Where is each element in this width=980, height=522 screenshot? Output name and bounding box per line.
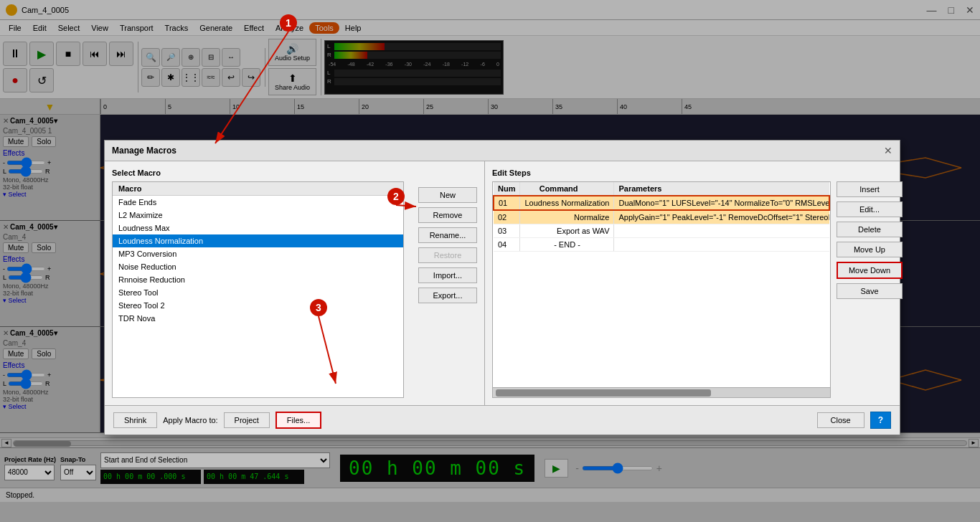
- dialog-overlay: Manage Macros ✕ Select Macro Macro Fade …: [0, 0, 980, 522]
- step-row-1[interactable]: 01 Loudness Normalization DualMono="1" L…: [494, 196, 829, 210]
- manage-macros-dialog: Manage Macros ✕ Select Macro Macro Fade …: [104, 140, 900, 435]
- col-params: Parameters: [614, 182, 829, 196]
- step-row-2[interactable]: 02 Normalize ApplyGain="1" PeakLevel="-1…: [494, 210, 829, 224]
- col-command: Command: [520, 182, 614, 196]
- steps-table: Num Command Parameters 01 Loudness Norma…: [493, 182, 830, 252]
- rename-macro-button[interactable]: Rename...: [418, 227, 477, 243]
- shrink-button[interactable]: Shrink: [113, 412, 157, 428]
- macro-col-header: Macro: [113, 182, 403, 196]
- macro-item-mp3[interactable]: MP3 Conversion: [113, 247, 403, 260]
- restore-macro-button[interactable]: Restore: [418, 247, 477, 263]
- edit-steps-panel: Edit Steps Num Command Parameters: [485, 161, 910, 405]
- macro-item-rnnoise[interactable]: Rnnoise Reduction: [113, 273, 403, 286]
- select-macro-label: Select Macro: [112, 169, 404, 177]
- help-dialog-button[interactable]: ?: [870, 412, 891, 429]
- edit-step-button[interactable]: Edit...: [837, 201, 903, 217]
- table-hscroll[interactable]: [493, 387, 830, 397]
- dialog-titlebar: Manage Macros ✕: [105, 141, 900, 161]
- macro-item-loudness-max[interactable]: Loudness Max: [113, 222, 403, 234]
- delete-step-button[interactable]: Delete: [837, 222, 903, 237]
- move-up-button[interactable]: Move Up: [837, 242, 903, 257]
- annotation-circle-1: 1: [280, 14, 297, 32]
- macro-list-container: Macro Fade Ends L2 Maximize Loudness Max…: [112, 181, 404, 398]
- dialog-title: Manage Macros: [112, 146, 176, 156]
- export-macro-button[interactable]: Export...: [418, 288, 477, 303]
- macro-item-noise[interactable]: Noise Reduction: [113, 260, 403, 273]
- annotation-circle-2: 2: [387, 188, 405, 205]
- close-dialog-button[interactable]: Close: [817, 412, 864, 428]
- annotation-circle-3: 3: [310, 299, 327, 316]
- select-macro-panel: Select Macro Macro Fade Ends L2 Maximize…: [105, 161, 485, 405]
- step-row-4[interactable]: 04 - END -: [494, 238, 829, 252]
- apply-macro-label: Apply Macro to:: [163, 416, 217, 424]
- dialog-body: Select Macro Macro Fade Ends L2 Maximize…: [105, 161, 900, 405]
- remove-macro-button[interactable]: Remove: [418, 207, 477, 223]
- steps-action-buttons: Insert Edit... Delete Move Up Move Down …: [831, 181, 903, 398]
- move-down-button[interactable]: Move Down: [837, 262, 903, 279]
- dialog-footer: Shrink Apply Macro to: Project Files... …: [105, 405, 900, 435]
- macro-item-l2[interactable]: L2 Maximize: [113, 209, 403, 222]
- steps-table-container: Num Command Parameters 01 Loudness Norma…: [492, 181, 831, 398]
- dialog-close-icon[interactable]: ✕: [884, 145, 892, 156]
- import-macro-button[interactable]: Import...: [418, 267, 477, 283]
- save-step-button[interactable]: Save: [837, 283, 903, 299]
- project-button[interactable]: Project: [224, 412, 270, 428]
- new-macro-button[interactable]: New: [418, 187, 477, 203]
- macro-item-loudness-norm[interactable]: Loudness Normalization: [113, 234, 403, 247]
- macro-item-stereo2[interactable]: Stereo Tool 2: [113, 299, 403, 312]
- macro-item-stereo[interactable]: Stereo Tool: [113, 286, 403, 299]
- insert-step-button[interactable]: Insert: [837, 181, 903, 197]
- col-num: Num: [494, 182, 520, 196]
- macro-action-buttons: New Remove Rename... Restore Import... E…: [411, 161, 484, 405]
- macro-item-tdr[interactable]: TDR Nova: [113, 312, 403, 325]
- files-button[interactable]: Files...: [275, 412, 321, 429]
- macro-item-fade-ends[interactable]: Fade Ends: [113, 196, 403, 209]
- step-row-3[interactable]: 03 Export as WAV: [494, 224, 829, 238]
- edit-steps-label: Edit Steps: [492, 169, 903, 177]
